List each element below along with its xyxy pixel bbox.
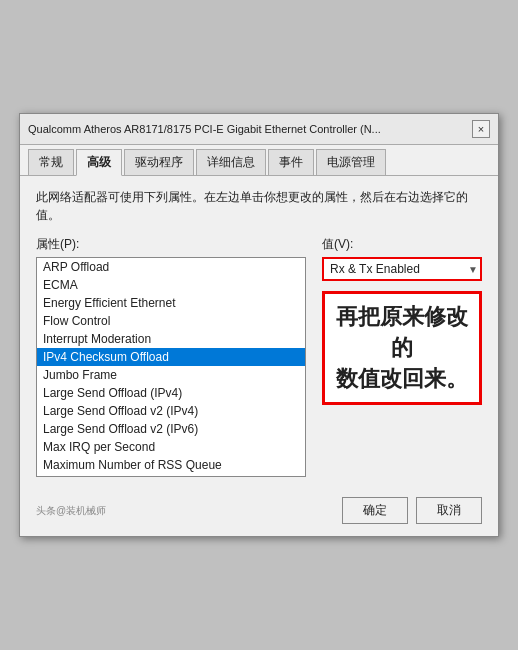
- properties-section: 属性(P): ARP OffloadECMAEnergy Efficient E…: [36, 236, 306, 477]
- watermark-text: 头条@装机械师: [36, 504, 106, 518]
- list-item[interactable]: Energy Efficient Ethernet: [37, 294, 305, 312]
- list-item[interactable]: IPv4 Checksum Offload: [37, 348, 305, 366]
- tab-details[interactable]: 详细信息: [196, 149, 266, 175]
- list-item[interactable]: Max IRQ per Second: [37, 438, 305, 456]
- list-item[interactable]: Interrupt Moderation: [37, 330, 305, 348]
- title-bar: Qualcomm Atheros AR8171/8175 PCI-E Gigab…: [20, 114, 498, 145]
- list-item[interactable]: Large Send Offload v2 (IPv4): [37, 402, 305, 420]
- dropdown-wrapper: DisabledRx EnabledTx EnabledRx & Tx Enab…: [322, 257, 482, 281]
- list-item[interactable]: Flow Control: [37, 312, 305, 330]
- cancel-button[interactable]: 取消: [416, 497, 482, 524]
- list-item[interactable]: Large Send Offload v2 (IPv6): [37, 420, 305, 438]
- button-bar: 头条@装机械师 确定 取消: [20, 489, 498, 536]
- list-item[interactable]: Maximum Number of RSS Queue: [37, 456, 305, 474]
- tab-power[interactable]: 电源管理: [316, 149, 386, 175]
- window-title: Qualcomm Atheros AR8171/8175 PCI-E Gigab…: [28, 123, 472, 135]
- listbox-container: ARP OffloadECMAEnergy Efficient Ethernet…: [36, 257, 306, 477]
- tab-driver[interactable]: 驱动程序: [124, 149, 194, 175]
- description-text: 此网络适配器可使用下列属性。在左边单击你想更改的属性，然后在右边选择它的值。: [36, 188, 482, 224]
- close-button[interactable]: ×: [472, 120, 490, 138]
- list-item[interactable]: Jumbo Frame: [37, 366, 305, 384]
- properties-area: 属性(P): ARP OffloadECMAEnergy Efficient E…: [36, 236, 482, 477]
- dialog-window: Qualcomm Atheros AR8171/8175 PCI-E Gigab…: [19, 113, 499, 537]
- tab-advanced[interactable]: 高级: [76, 149, 122, 176]
- tab-bar: 常规 高级 驱动程序 详细信息 事件 电源管理: [20, 145, 498, 176]
- list-item[interactable]: Network Address: [37, 474, 305, 477]
- tab-general[interactable]: 常规: [28, 149, 74, 175]
- value-dropdown[interactable]: DisabledRx EnabledTx EnabledRx & Tx Enab…: [322, 257, 482, 281]
- content-area: 此网络适配器可使用下列属性。在左边单击你想更改的属性，然后在右边选择它的值。 属…: [20, 176, 498, 489]
- annotation-box: 再把原来修改的 数值改回来。: [322, 291, 482, 405]
- properties-listbox[interactable]: ARP OffloadECMAEnergy Efficient Ethernet…: [36, 257, 306, 477]
- properties-label: 属性(P):: [36, 236, 306, 253]
- value-label: 值(V):: [322, 236, 482, 253]
- tab-events[interactable]: 事件: [268, 149, 314, 175]
- list-item[interactable]: ECMA: [37, 276, 305, 294]
- value-section: 值(V): DisabledRx EnabledTx EnabledRx & T…: [322, 236, 482, 405]
- list-item[interactable]: Large Send Offload (IPv4): [37, 384, 305, 402]
- list-item[interactable]: ARP Offload: [37, 258, 305, 276]
- ok-button[interactable]: 确定: [342, 497, 408, 524]
